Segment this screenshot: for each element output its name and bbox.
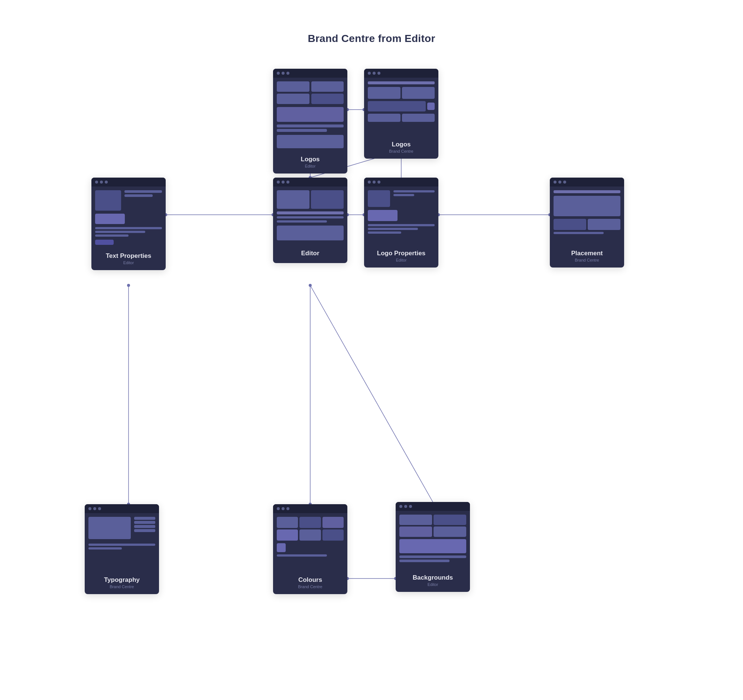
card-header [85, 504, 159, 513]
typography-card[interactable]: Typography Brand Centre [85, 504, 159, 594]
logos-brand-card[interactable]: Logos Brand Centre [364, 69, 438, 159]
card-label: Backgrounds Editor [396, 570, 470, 592]
text-properties-card[interactable]: Text Properties Editor [92, 178, 166, 270]
card-label: Logo Properties Editor [364, 246, 438, 268]
card-header [92, 178, 166, 186]
placement-card[interactable]: Placement Brand Centre [550, 178, 624, 268]
card-header [273, 504, 347, 513]
card-header [273, 69, 347, 78]
card-body [92, 186, 166, 249]
card-body [273, 78, 347, 152]
page-title: Brand Centre from Editor [0, 33, 743, 44]
card-label: Logos Editor [273, 152, 347, 173]
card-body [364, 78, 438, 137]
card-label: Logos Brand Centre [364, 137, 438, 159]
editor-card[interactable]: Editor [273, 178, 347, 263]
svg-point-19 [127, 284, 130, 287]
svg-line-24 [310, 286, 433, 502]
card-body [364, 186, 438, 246]
card-header [364, 178, 438, 186]
card-body [85, 513, 159, 573]
card-header [550, 178, 624, 186]
svg-point-22 [309, 284, 312, 287]
card-label: Placement Brand Centre [550, 246, 624, 268]
logo-properties-card[interactable]: Logo Properties Editor [364, 178, 438, 268]
card-body [550, 186, 624, 246]
card-label: Text Properties Editor [92, 249, 166, 270]
card-label: Typography Brand Centre [85, 573, 159, 594]
colours-card[interactable]: Colours Brand Centre [273, 504, 347, 594]
card-header [364, 69, 438, 78]
logos-editor-card[interactable]: Logos Editor [273, 69, 347, 173]
card-header [396, 502, 470, 511]
card-header [273, 178, 347, 186]
card-label: Editor [273, 246, 347, 263]
card-body [273, 513, 347, 573]
card-body [273, 186, 347, 246]
card-label: Colours Brand Centre [273, 573, 347, 594]
backgrounds-card[interactable]: Backgrounds Editor [396, 502, 470, 592]
card-body [396, 511, 470, 570]
